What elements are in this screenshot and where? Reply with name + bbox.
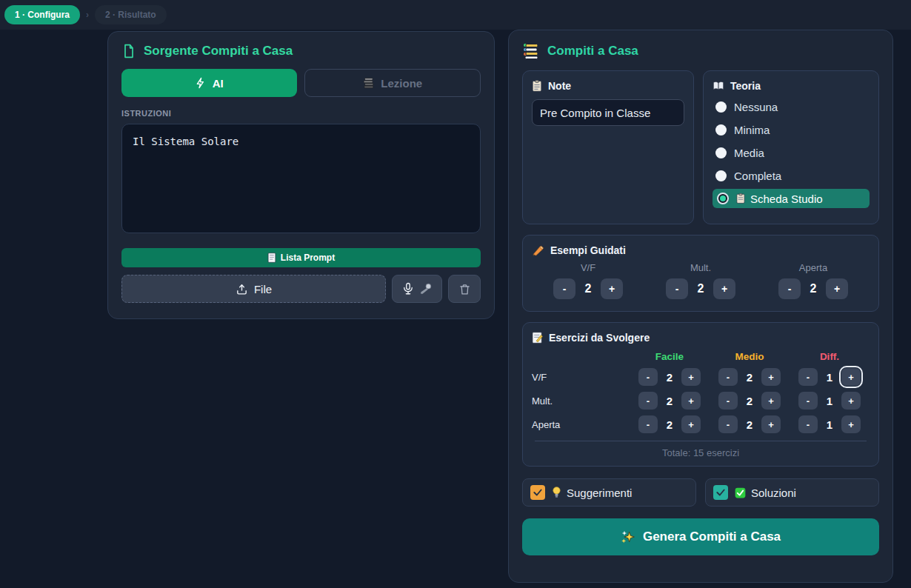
soluzioni-toggle[interactable]: Soluzioni [705, 478, 879, 507]
stepper-value: 2 [744, 371, 755, 384]
checkbox-checked-icon[interactable] [713, 485, 728, 500]
minus-button[interactable]: - [798, 368, 818, 386]
plus-button[interactable]: + [826, 278, 848, 299]
esercizi-card-title: Esercizi da Svolgere [532, 332, 870, 344]
file-upload-button[interactable]: File [121, 275, 386, 303]
esempi-guidati-card: Esempi Guidati V/F - 2 + Mult. - 2 + [522, 235, 879, 312]
source-panel-header: Sorgente Compiti a Casa [121, 44, 481, 59]
row-label-aperta: Aperta [532, 419, 630, 430]
clipboard-icon [736, 193, 745, 204]
stepper-value: 1 [824, 418, 835, 431]
lista-prompt-label: Lista Prompt [281, 253, 335, 263]
suggerimenti-label: Suggerimenti [552, 487, 632, 499]
total-exercises-label: Totale: 15 esercizi [532, 447, 870, 458]
radio-icon [715, 170, 727, 181]
record-voice-button[interactable] [392, 275, 442, 303]
plus-button[interactable]: + [841, 392, 861, 410]
teoria-option-scheda-studio[interactable]: Scheda Studio [713, 189, 870, 208]
file-button-label: File [254, 283, 272, 295]
books-stack-icon [522, 42, 540, 60]
delete-button[interactable] [448, 275, 481, 303]
plus-button[interactable]: + [761, 392, 781, 410]
stepper-value: 2 [664, 395, 675, 407]
minus-button[interactable]: - [666, 278, 688, 299]
lista-prompt-button[interactable]: Lista Prompt [121, 248, 481, 267]
stepper-label: Aperta [799, 262, 827, 273]
plus-button-focused[interactable]: + [841, 368, 861, 386]
lightbulb-icon [552, 487, 561, 498]
esercizi-title-label: Esercizi da Svolgere [549, 332, 650, 344]
stepper-label: Mult. [690, 262, 711, 273]
config-panel: Compiti a Casa Note [508, 30, 893, 583]
tab-ai[interactable]: AI [121, 69, 297, 97]
minus-button[interactable]: - [718, 392, 738, 410]
step-configura[interactable]: 1 · Configura [4, 5, 80, 24]
minus-button[interactable]: - [798, 392, 818, 410]
generate-homework-button[interactable]: Genera Compiti a Casa [522, 518, 879, 555]
teoria-card-title: Teoria [713, 80, 870, 92]
minus-button[interactable]: - [718, 368, 738, 386]
esempi-card-title: Esempi Guidati [532, 244, 870, 256]
writing-hand-icon [532, 245, 544, 256]
teoria-option-media[interactable]: Media [713, 144, 870, 161]
source-tabs: AI Lezione [121, 69, 481, 97]
note-teoria-row: Note Teoria Nessuna Minima [522, 70, 879, 224]
plus-button[interactable]: + [681, 368, 701, 386]
stepper-value: 1 [824, 371, 835, 384]
esempi-steppers: V/F - 2 + Mult. - 2 + Aperta - [532, 262, 870, 299]
minus-button[interactable]: - [798, 415, 818, 433]
note-input[interactable] [532, 99, 684, 126]
config-panel-title: Compiti a Casa [547, 44, 638, 59]
minus-button[interactable]: - [778, 278, 801, 299]
stepper-value: 2 [807, 282, 819, 295]
trash-icon [458, 283, 471, 295]
column-header-medio: Medio [710, 351, 790, 362]
radio-label: Media [734, 147, 764, 159]
radio-icon [715, 147, 727, 158]
cell-vf-diff: - 1 + [790, 368, 870, 386]
plus-button[interactable]: + [841, 415, 861, 433]
minus-button[interactable]: - [638, 368, 658, 386]
plus-button[interactable]: + [681, 392, 701, 410]
checkbox-checked-icon[interactable] [530, 485, 545, 500]
plus-button[interactable]: + [713, 278, 735, 299]
cell-vf-medio: - 2 + [710, 368, 790, 386]
instructions-label: ISTRUZIONI [121, 109, 481, 118]
stepper-value: 2 [664, 371, 675, 384]
radio-icon [715, 101, 727, 113]
esempi-col-mult: Mult. - 2 + [644, 262, 757, 299]
minus-button[interactable]: - [718, 415, 738, 433]
step-risultato[interactable]: 2 · Risultato [95, 5, 167, 24]
teoria-option-minima[interactable]: Minima [713, 121, 870, 138]
step-bar: 1 · Configura › 2 · Risultato [0, 0, 911, 30]
books-icon [362, 77, 375, 90]
esempi-col-aperta: Aperta - 2 + [757, 262, 870, 299]
document-icon [121, 44, 136, 59]
tab-lezione[interactable]: Lezione [304, 69, 481, 97]
instructions-textarea[interactable]: Il Sistema Solare [121, 124, 481, 233]
teoria-option-nessuna[interactable]: Nessuna [713, 98, 870, 115]
plus-button[interactable]: + [681, 415, 701, 433]
plus-button[interactable]: + [601, 278, 623, 299]
radio-label-text: Scheda Studio [750, 193, 823, 205]
stepper-value: 1 [824, 395, 835, 407]
tab-lezione-label: Lezione [381, 77, 422, 90]
teoria-option-completa[interactable]: Completa [713, 167, 870, 184]
esempi-title-label: Esempi Guidati [550, 244, 626, 256]
cell-aperta-diff: - 1 + [790, 415, 870, 433]
row-label-mult: Mult. [532, 395, 630, 407]
stepper-value: 2 [744, 395, 755, 407]
upload-icon [236, 283, 248, 295]
minus-button[interactable]: - [638, 392, 658, 410]
generate-button-label: Genera Compiti a Casa [643, 529, 781, 544]
handheld-mic-icon [419, 282, 433, 295]
stepper-value: 2 [695, 282, 707, 295]
plus-button[interactable]: + [761, 368, 781, 386]
plus-button[interactable]: + [761, 415, 781, 433]
minus-button[interactable]: - [553, 278, 575, 299]
suggerimenti-toggle[interactable]: Suggerimenti [522, 478, 696, 507]
minus-button[interactable]: - [638, 415, 658, 433]
note-title-label: Note [548, 80, 571, 92]
open-book-icon [713, 81, 724, 91]
toggles-row: Suggerimenti Soluzioni [522, 478, 879, 507]
